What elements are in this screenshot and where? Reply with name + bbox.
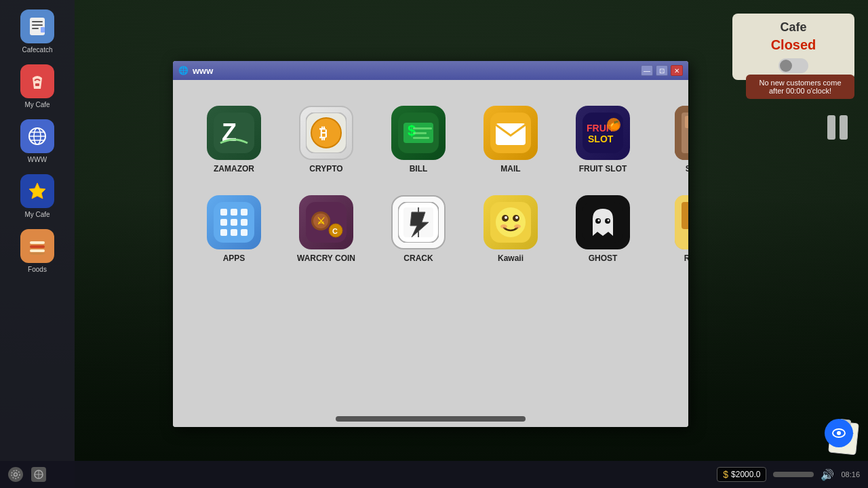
svg-rect-1 <box>32 21 43 22</box>
svg-rect-26 <box>413 137 429 139</box>
mycafe2-icon <box>20 174 54 208</box>
app-item-ghost[interactable]: GHOST <box>562 190 644 268</box>
mycafe-icon <box>20 64 54 98</box>
svg-rect-25 <box>413 132 427 134</box>
svg-rect-14 <box>30 249 45 252</box>
svg-point-67 <box>598 220 600 222</box>
skin-label: SKIN <box>686 164 688 174</box>
window-titlebar: 🌐 www — ⊡ ✕ <box>173 61 688 80</box>
window-content: Z ZAMAZOR ₿ CRYPTO <box>173 80 688 427</box>
app-item-skin[interactable]: SKIN <box>654 100 688 179</box>
sidebar-label-cafecatch: Cafecatch <box>22 46 52 54</box>
cafe-tooltip: No new customers come after 00:00 o'cloc… <box>746 75 854 99</box>
zamazor-label: ZAMAZOR <box>214 164 254 174</box>
svg-point-79 <box>14 473 18 476</box>
svg-rect-40 <box>231 209 237 216</box>
window-www-icon: 🌐 <box>178 66 189 75</box>
svg-rect-45 <box>220 229 227 236</box>
svg-rect-28 <box>496 123 526 145</box>
minimize-button[interactable]: — <box>641 65 653 76</box>
crypto-icon: ₿ <box>299 106 353 160</box>
svg-text:₿: ₿ <box>319 125 327 142</box>
app-item-crack[interactable]: CRACK <box>378 190 459 268</box>
svg-rect-13 <box>30 245 45 248</box>
skin-icon <box>675 106 688 160</box>
settings-button[interactable] <box>8 467 23 482</box>
svg-point-68 <box>608 220 610 222</box>
app-item-crypto[interactable]: ₿ CRYPTO <box>285 100 367 179</box>
cafecatch-icon <box>20 9 54 43</box>
svg-point-63 <box>514 224 521 228</box>
pause-bar-right <box>840 115 848 140</box>
svg-point-62 <box>500 224 507 228</box>
warcry-label: WARCRY COIN <box>297 253 355 263</box>
app-item-apps[interactable]: APPS <box>193 190 275 268</box>
window-title: www <box>193 66 637 76</box>
kawaii-icon <box>484 195 538 249</box>
svg-rect-3 <box>32 28 39 29</box>
sidebar-label-mycafe: My Cafe <box>24 101 50 108</box>
cafe-toggle[interactable] <box>778 58 808 73</box>
volume-slider[interactable] <box>773 472 814 477</box>
svg-point-73 <box>837 431 841 435</box>
sidebar-item-mycafe[interactable]: My Cafe <box>18 62 57 111</box>
app-item-real[interactable]: REAL <box>654 190 688 268</box>
restore-button[interactable]: ⊡ <box>656 65 668 76</box>
svg-rect-12 <box>30 241 45 244</box>
cafe-title: Cafe <box>742 20 845 35</box>
pause-button[interactable] <box>827 115 848 140</box>
svg-rect-41 <box>241 209 248 216</box>
svg-rect-47 <box>241 229 248 236</box>
svg-rect-5 <box>35 83 39 86</box>
crypto-label: CRYPTO <box>309 164 342 174</box>
svg-rect-24 <box>413 127 432 129</box>
app-item-warcry[interactable]: ⚔ C WARCRY COIN <box>285 190 367 268</box>
horizontal-scrollbar[interactable] <box>336 416 526 422</box>
real-label: REAL <box>684 253 688 263</box>
sidebar-item-foods[interactable]: Foods <box>18 226 57 276</box>
svg-rect-44 <box>241 219 248 226</box>
svg-text:$: $ <box>408 122 416 139</box>
kawaii-label: Kawaii <box>498 253 524 263</box>
app-item-zamazor[interactable]: Z ZAMAZOR <box>193 100 275 179</box>
app-item-bill[interactable]: $ BILL <box>378 100 459 179</box>
money-badge: $ $2000.0 <box>717 467 766 482</box>
sidebar-item-cafecatch[interactable]: Cafecatch <box>18 7 57 56</box>
svg-rect-39 <box>220 209 227 216</box>
app-item-fruitslot[interactable]: FRUIT SLOT 🍊 FRUIT SLOT <box>562 100 644 179</box>
eye-button[interactable] <box>825 419 853 447</box>
svg-rect-2 <box>32 24 43 26</box>
cafe-panel: Cafe Closed <box>732 14 854 80</box>
svg-point-15 <box>29 252 45 255</box>
volume-icon[interactable]: 🔊 <box>821 468 834 481</box>
svg-rect-0 <box>30 18 45 35</box>
svg-rect-36 <box>685 116 688 128</box>
clock: 08:16 <box>841 470 860 479</box>
svg-rect-42 <box>220 219 227 226</box>
sidebar-item-mycafe2[interactable]: My Cafe <box>18 171 57 221</box>
globe-button[interactable] <box>31 467 46 482</box>
close-button[interactable]: ✕ <box>671 65 683 76</box>
svg-point-61 <box>515 216 518 219</box>
zamazor-icon: Z <box>207 106 261 160</box>
www-window: 🌐 www — ⊡ ✕ Z ZAMAZOR <box>173 61 688 427</box>
crack-icon <box>391 195 446 249</box>
sidebar-item-www[interactable]: WWW <box>18 117 57 166</box>
app-grid: Z ZAMAZOR ₿ CRYPTO <box>186 94 675 275</box>
sidebar-label-mycafe2: My Cafe <box>24 211 50 218</box>
fruitslot-icon: FRUIT SLOT 🍊 <box>576 106 630 160</box>
app-item-mail[interactable]: MAIL <box>470 100 551 179</box>
money-icon: $ <box>723 469 728 480</box>
svg-text:SLOT: SLOT <box>588 134 614 144</box>
apps-label: APPS <box>223 253 245 263</box>
mail-label: MAIL <box>500 164 520 174</box>
app-item-kawaii[interactable]: Kawaii <box>470 190 551 268</box>
mail-icon <box>484 106 538 160</box>
window-controls: — ⊡ ✕ <box>641 65 683 76</box>
foods-icon <box>20 229 54 263</box>
svg-rect-43 <box>231 219 237 226</box>
ghost-icon <box>576 195 630 249</box>
taskbar-left <box>8 467 46 482</box>
svg-marker-11 <box>29 183 45 199</box>
svg-rect-4 <box>41 27 45 33</box>
